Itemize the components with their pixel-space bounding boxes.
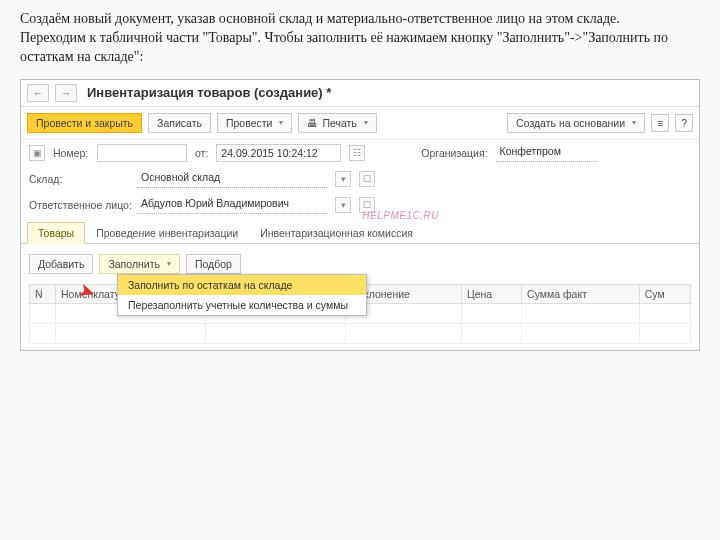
date-input[interactable] [216, 144, 341, 162]
warehouse-label: Склад: [29, 173, 129, 185]
save-button[interactable]: Записать [148, 113, 211, 133]
table-row[interactable] [30, 323, 691, 343]
open-warehouse-icon[interactable]: ☐ [359, 171, 375, 187]
create-based-button[interactable]: Создать на основании [507, 113, 645, 133]
refill-accounting-item[interactable]: Перезаполнить учетные количества и суммы [118, 295, 366, 315]
warehouse-input[interactable]: Основной склад [137, 170, 327, 188]
select-responsible-icon[interactable]: ▾ [335, 197, 351, 213]
instruction-text: Создаём новый документ, указав основной … [20, 10, 700, 67]
printer-icon: 🖶 [307, 117, 318, 129]
doc-icon: ▣ [29, 145, 45, 161]
col-price: Цена [461, 284, 521, 303]
tab-commission[interactable]: Инвентаризационная комиссия [249, 222, 424, 243]
print-label: Печать [322, 117, 356, 129]
help-button[interactable]: ? [675, 114, 693, 132]
main-toolbar: Провести и закрыть Записать Провести 🖶Пе… [21, 107, 699, 140]
col-sum: Сум [639, 284, 690, 303]
nav-back-button[interactable]: ← [27, 84, 49, 102]
calendar-icon[interactable]: ☷ [349, 145, 365, 161]
responsible-label: Ответственное лицо: [29, 199, 129, 211]
open-responsible-icon[interactable]: ☐ [359, 197, 375, 213]
fill-dropdown: Заполнить по остаткам на складе Перезапо… [117, 274, 367, 316]
responsible-input[interactable]: Абдулов Юрий Владимирович [137, 196, 327, 214]
doc-title: Инвентаризация товаров (создание) * [87, 85, 331, 100]
more-button[interactable]: ≡ [651, 114, 669, 132]
col-sum-fact: Сумма факт [522, 284, 640, 303]
tabs: Товары Проведение инвентаризации Инвента… [21, 222, 699, 244]
titlebar: ← → Инвентаризация товаров (создание) * [21, 80, 699, 107]
select-warehouse-icon[interactable]: ▾ [335, 171, 351, 187]
col-n: N [30, 284, 56, 303]
tab-products[interactable]: Товары [27, 222, 85, 244]
fill-button[interactable]: Заполнить [99, 254, 180, 274]
tab-body: Добавить Заполнить Подбор ➤ Заполнить по… [21, 244, 699, 350]
app-window: HELPME1C.RU ← → Инвентаризация товаров (… [20, 79, 700, 351]
post-and-close-button[interactable]: Провести и закрыть [27, 113, 142, 133]
add-row-button[interactable]: Добавить [29, 254, 93, 274]
org-value[interactable]: Конфетпром [496, 144, 596, 162]
print-button[interactable]: 🖶Печать [298, 113, 376, 133]
post-button[interactable]: Провести [217, 113, 292, 133]
fill-by-stock-item[interactable]: Заполнить по остаткам на складе [118, 275, 366, 295]
tab-conduct[interactable]: Проведение инвентаризации [85, 222, 249, 243]
number-label: Номер: [53, 147, 89, 159]
sub-toolbar: Добавить Заполнить Подбор ➤ Заполнить по… [29, 250, 691, 278]
org-label: Организация: [421, 147, 487, 159]
number-input[interactable] [97, 144, 187, 162]
from-label: от: [195, 147, 208, 159]
nav-forward-button[interactable]: → [55, 84, 77, 102]
select-items-button[interactable]: Подбор [186, 254, 241, 274]
